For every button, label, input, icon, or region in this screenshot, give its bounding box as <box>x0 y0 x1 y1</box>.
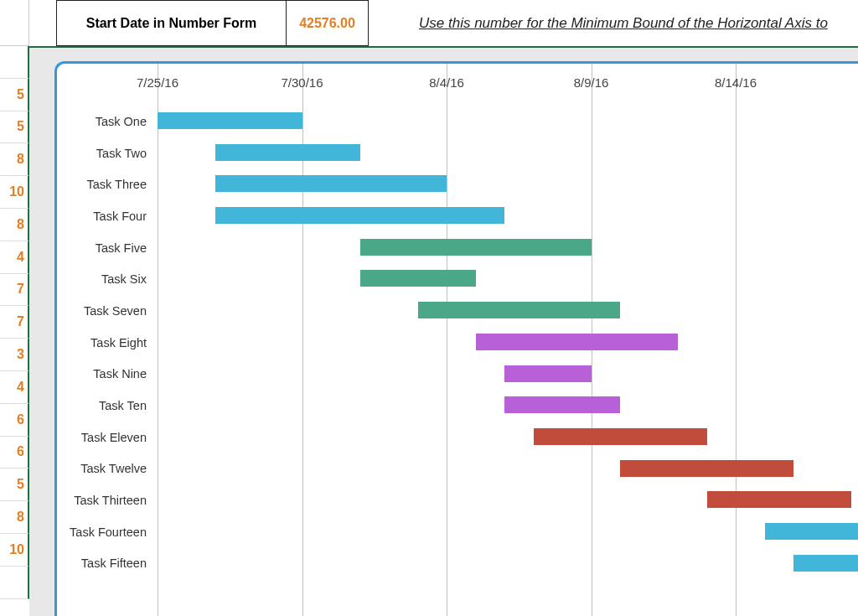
task-label: Task Nine <box>57 367 153 380</box>
task-row: Task Thirteen <box>57 484 858 516</box>
bar-track <box>158 263 858 295</box>
task-label: Task Fifteen <box>57 556 153 570</box>
gantt-bar[interactable] <box>215 175 447 192</box>
task-row: Task Three <box>57 168 858 200</box>
duration-cell[interactable]: 8 <box>0 501 29 534</box>
task-row: Task Fourteen <box>57 516 858 548</box>
gantt-bar[interactable] <box>360 239 592 256</box>
gantt-bar[interactable] <box>360 270 476 287</box>
bar-track <box>158 548 858 580</box>
bar-track <box>158 168 858 200</box>
x-tick-label: 8/9/16 <box>574 75 609 90</box>
bar-track <box>158 484 858 516</box>
duration-cell[interactable]: 8 <box>0 209 29 241</box>
bar-track <box>158 390 858 422</box>
bar-track <box>158 327 858 359</box>
task-label: Task Thirteen <box>57 494 153 507</box>
bar-track <box>158 422 858 453</box>
duration-cell[interactable] <box>0 46 29 79</box>
gantt-bar[interactable] <box>215 144 360 161</box>
start-date-value-cell[interactable]: 42576.00 <box>287 0 369 46</box>
x-axis: 7/25/167/30/168/4/168/9/168/14/16 <box>158 64 858 101</box>
task-label: Task Twelve <box>57 462 153 475</box>
task-label: Task Two <box>57 147 153 160</box>
duration-cell[interactable]: 6 <box>0 404 29 437</box>
task-label: Task Eight <box>57 336 153 349</box>
task-row: Task Fifteen <box>57 548 858 580</box>
x-tick-label: 8/14/16 <box>715 75 757 90</box>
task-label: Task One <box>57 115 153 128</box>
duration-cell[interactable]: 4 <box>0 371 29 404</box>
gantt-bar[interactable] <box>215 207 504 224</box>
duration-cell[interactable]: 5 <box>0 79 29 111</box>
duration-cell[interactable]: 8 <box>0 143 29 176</box>
gantt-bar[interactable] <box>707 491 852 508</box>
task-row: Task Nine <box>57 359 858 391</box>
task-row: Task Seven <box>57 295 858 327</box>
task-row: Task Ten <box>57 390 858 422</box>
gantt-bar[interactable] <box>504 396 620 413</box>
duration-cell[interactable]: 7 <box>0 274 29 307</box>
axis-hint-text: Use this number for the Minimum Bound of… <box>419 15 828 32</box>
duration-cell[interactable]: 5 <box>0 468 29 501</box>
task-label: Task Five <box>57 241 153 255</box>
start-date-label-cell[interactable]: Start Date in Number Form <box>56 0 287 46</box>
task-row: Task Eight <box>57 327 858 359</box>
x-tick-label: 7/25/16 <box>137 75 178 90</box>
bar-track <box>158 106 858 137</box>
task-label: Task Ten <box>57 399 153 412</box>
bar-track <box>158 295 858 327</box>
duration-cell[interactable]: 7 <box>0 306 29 339</box>
x-tick-label: 7/30/16 <box>281 75 323 90</box>
duration-cell[interactable]: 10 <box>0 534 29 567</box>
task-label: Task Fourteen <box>57 525 153 539</box>
start-date-label: Start Date in Number Form <box>86 16 257 31</box>
gantt-bar[interactable] <box>158 112 302 129</box>
plot-area: Task OneTask TwoTask ThreeTask FourTask … <box>57 106 858 616</box>
duration-cell[interactable]: 10 <box>0 176 29 209</box>
gantt-bar[interactable] <box>418 302 621 318</box>
bar-track <box>158 137 858 169</box>
gantt-bar[interactable] <box>476 334 679 350</box>
sheet-area: 7/25/167/30/168/4/168/9/168/14/16 Task O… <box>29 46 858 616</box>
task-label: Task Eleven <box>57 431 153 444</box>
task-label: Task Seven <box>57 304 153 318</box>
bar-track <box>158 516 858 548</box>
x-tick-label: 8/4/16 <box>429 75 464 90</box>
bar-track <box>158 359 858 391</box>
task-row: Task Eleven <box>57 422 858 453</box>
task-row: Task Six <box>57 263 858 295</box>
task-row: Task Twelve <box>57 453 858 485</box>
task-label: Task Six <box>57 272 153 286</box>
header-row: Start Date in Number Form 42576.00 Use t… <box>0 0 858 46</box>
gantt-bar[interactable] <box>620 460 793 477</box>
gantt-bar[interactable] <box>534 428 707 445</box>
gantt-bar[interactable] <box>504 365 592 382</box>
start-date-value: 42576.00 <box>299 16 355 31</box>
bar-track <box>158 453 858 485</box>
duration-cell[interactable]: 6 <box>0 437 29 469</box>
gantt-bar[interactable] <box>765 523 859 540</box>
axis-hint-cell[interactable]: Use this number for the Minimum Bound of… <box>369 0 858 46</box>
task-row: Task Four <box>57 200 858 232</box>
duration-cell[interactable]: 5 <box>0 111 29 144</box>
gantt-chart[interactable]: 7/25/167/30/168/4/168/9/168/14/16 Task O… <box>54 61 858 616</box>
task-row: Task Five <box>57 232 858 264</box>
duration-cell[interactable]: 4 <box>0 241 29 274</box>
task-label: Task Four <box>57 210 153 223</box>
task-label: Task Three <box>57 178 153 191</box>
bar-track <box>158 232 858 264</box>
gantt-bar[interactable] <box>793 555 858 572</box>
header-empty-cell[interactable] <box>0 0 29 46</box>
bar-track <box>158 200 858 232</box>
duration-column: 55810847734665810 <box>0 46 29 616</box>
task-row: Task One <box>57 106 858 137</box>
duration-cell[interactable]: 3 <box>0 339 29 371</box>
task-row: Task Two <box>57 137 858 169</box>
duration-cell[interactable] <box>0 567 29 599</box>
